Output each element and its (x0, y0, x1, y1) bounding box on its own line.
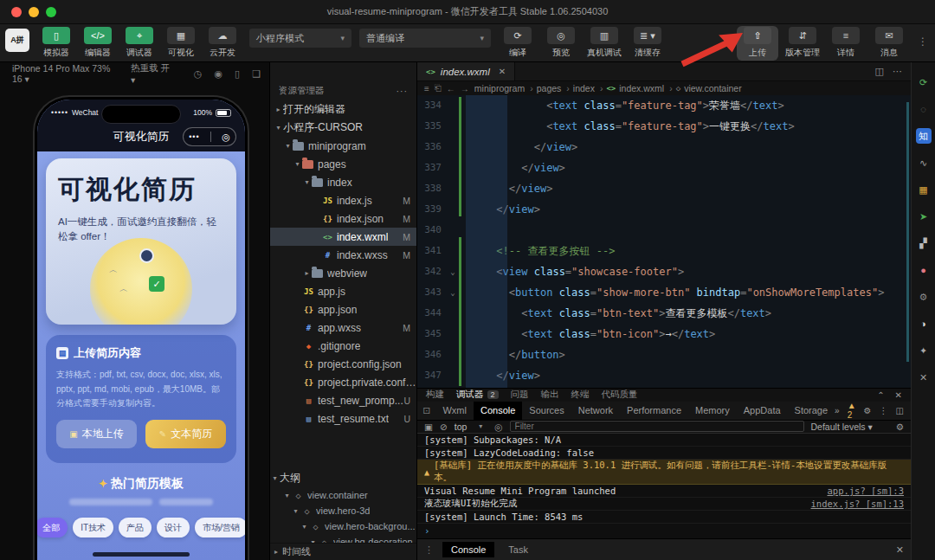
template-chip[interactable]: 市场/营销 (195, 518, 245, 537)
panel-tab-代码质量[interactable]: 代码质量 (602, 389, 638, 401)
hot-reload-toggle[interactable]: 热重载 开 ▾ (131, 62, 173, 85)
sparkle-ext-icon[interactable]: ✦ (916, 343, 932, 358)
devtools-tab-storage[interactable]: Storage (788, 402, 835, 420)
console-prompt[interactable]: › (417, 524, 911, 538)
devtools-tab-performance[interactable]: Performance (620, 402, 688, 420)
toolbar-button-details[interactable]: ≡详情 (827, 27, 865, 61)
devtools-kebab-icon[interactable]: ⋮ (880, 406, 888, 415)
wave-ext-icon[interactable]: ∿ (916, 155, 932, 171)
device-select[interactable]: iPhone 14 Pro Max 73% 16 ▾ (12, 63, 120, 84)
console-settings-icon[interactable]: ⚙ (896, 422, 904, 432)
outline-list-icon[interactable]: ≡ (424, 84, 429, 93)
outline-item[interactable]: ▾◇view.hero-backgrou... (270, 518, 416, 534)
outline-item[interactable]: ▾◇view.container (270, 487, 416, 503)
dock-side-icon[interactable]: ◫ (896, 406, 904, 415)
panel-tab-问题[interactable]: 问题 (511, 389, 529, 401)
outline-item[interactable]: ▾◇view.hero-3d (270, 503, 416, 518)
breadcrumb-item[interactable]: ›index (561, 83, 595, 93)
eye-icon[interactable]: ◎ (494, 422, 502, 432)
breadcrumb-item[interactable]: miniprogram (474, 83, 525, 93)
mode-select[interactable]: 小程序模式 ▾ (249, 29, 351, 48)
template-chip[interactable]: 产品 (119, 518, 152, 537)
toolbar-button-preview[interactable]: ◎预览 (542, 27, 580, 59)
tree-item-test-new-promp...[interactable]: ▤test_new_promp...U (270, 391, 416, 409)
devtools-tab-appdata[interactable]: AppData (737, 402, 788, 420)
zhihu-ext-icon[interactable]: 知 (916, 128, 932, 144)
tree-item-app.wxss[interactable]: #app.wxssM (270, 319, 416, 337)
tab-index-wxml[interactable]: <> index.wxml ✕ (417, 62, 515, 80)
panel-tab-构建[interactable]: 构建 (426, 389, 444, 401)
toolbar-button-clear-cache[interactable]: ≣ ▾清缓存 (629, 27, 667, 59)
compile-mode-select[interactable]: 普通编译 ▾ (359, 29, 491, 48)
log-source-link[interactable]: index.js? [sm]:13 (794, 499, 904, 509)
inspect-element-icon[interactable]: ⊡ (417, 405, 435, 416)
filter-input[interactable] (510, 421, 804, 432)
toolbar-button-cloud[interactable]: ☁云开发 (203, 27, 242, 59)
log-levels-select[interactable]: Default levels ▾ (811, 422, 873, 432)
capsule-menu[interactable]: ••• ◎ (183, 127, 236, 146)
tree-item-test-resume.txt[interactable]: ▤test_resume.txtU (270, 409, 416, 428)
forward-arrow-icon[interactable]: → (461, 84, 469, 93)
collapse-panel-icon[interactable]: ⌃ (877, 390, 884, 400)
tree-item-index.js[interactable]: JSindex.jsM (270, 191, 416, 209)
share-ext-icon[interactable]: ➤ (916, 209, 932, 224)
circle-ext-icon[interactable]: ◌ (916, 101, 932, 117)
split-editor-icon[interactable]: ◫ (875, 66, 884, 77)
tree-item-index.wxss[interactable]: #index.wxssM (270, 246, 416, 264)
tree-item--[interactable]: ▸打开的编辑器 (270, 100, 416, 119)
close-panel-icon[interactable]: ✕ (896, 544, 904, 556)
qr-ext-icon[interactable]: ▞ (916, 235, 932, 251)
breadcrumb-item[interactable]: ›pages (525, 83, 561, 93)
text-resume-button[interactable]: ✎文本简历 (145, 420, 226, 448)
clear-console-icon[interactable]: ⊘ (440, 422, 448, 432)
explorer-more-icon[interactable]: ··· (397, 86, 409, 96)
editor-more-icon[interactable]: ⋯ (893, 66, 902, 77)
pink-badge-ext-icon[interactable]: ● (916, 262, 932, 278)
toolbar-button-version-manage[interactable]: ⇵版本管理 (783, 27, 822, 61)
breadcrumb-item[interactable]: ›<>index.wxml (595, 83, 664, 93)
panel-tab-输出[interactable]: 输出 (541, 389, 559, 401)
close-ext-icon[interactable]: ✕ (916, 370, 932, 385)
record-icon[interactable]: ◉ (214, 68, 222, 80)
chat-icon[interactable]: ❑ (252, 68, 261, 80)
toolbar-button-debugger[interactable]: ⌖调试器 (120, 27, 158, 59)
more-tabs-icon[interactable]: » (835, 406, 840, 415)
bookmark-icon[interactable]: ⎗ (435, 83, 442, 93)
bottom-tab-console[interactable]: Console (442, 542, 494, 557)
timer-icon[interactable]: ◷ (194, 68, 203, 80)
toolbar-button-upload[interactable]: ⇧上传 (738, 27, 777, 59)
toolbar-button-messages[interactable]: ✉消息 (870, 27, 908, 61)
back-arrow-icon[interactable]: ← (447, 84, 455, 93)
tree-item-.gitignore[interactable]: ◆.gitignore (270, 337, 416, 355)
tree-item-project.config.json[interactable]: {}project.config.json (270, 355, 416, 373)
close-capsule-icon[interactable]: ◎ (222, 132, 230, 143)
tree-item-miniprogram[interactable]: ▾miniprogram (270, 137, 416, 155)
panel-tab-调试器[interactable]: 调试器2 (456, 389, 499, 401)
more-options-icon[interactable]: ⋮ (918, 35, 928, 48)
device-frame-icon[interactable]: ▯ (235, 68, 240, 80)
close-debugger-icon[interactable]: ✕ (895, 390, 902, 400)
tree-item-index[interactable]: ▾index (270, 173, 416, 191)
template-chip[interactable]: 设计 (157, 518, 190, 537)
devtools-tab-console[interactable]: Console (474, 402, 522, 420)
devtools-tab-sources[interactable]: Sources (522, 402, 571, 420)
tree-item-project.private.config...[interactable]: {}project.private.config... (270, 373, 416, 391)
panel-tab-终端[interactable]: 终端 (571, 389, 590, 401)
bottom-tab-task[interactable]: Task (500, 542, 537, 557)
toolbar-button-compile[interactable]: ⟳编译 (499, 27, 537, 59)
toolbar-button-visual[interactable]: ▦可视化 (162, 27, 200, 59)
outline-section[interactable]: ▾ 大纲 (270, 469, 416, 487)
more-capsule-icon[interactable]: ••• (189, 132, 199, 141)
log-source-link[interactable]: app.js? [sm]:3 (809, 486, 904, 496)
devtools-settings-icon[interactable]: ⚙ (864, 406, 872, 415)
tree-item-pages[interactable]: ▾pages (270, 155, 416, 173)
devtools-tab-memory[interactable]: Memory (688, 402, 737, 420)
gear-ext-icon[interactable]: ⚙ (916, 289, 932, 305)
template-chip[interactable]: 全部 (37, 518, 68, 537)
code-editor[interactable]: 334 <text class="feature-tag">荣誉墙</text>… (417, 95, 911, 388)
fold-toggle-icon[interactable]: ⌄ (447, 282, 459, 303)
refresh-ext-icon[interactable]: ⟳ (916, 74, 932, 90)
grid-color-ext-icon[interactable]: ▦ (916, 182, 932, 197)
tree-item-index.json[interactable]: {}index.jsonM (270, 209, 416, 228)
tree-item-webview[interactable]: ▸webview (270, 264, 416, 282)
